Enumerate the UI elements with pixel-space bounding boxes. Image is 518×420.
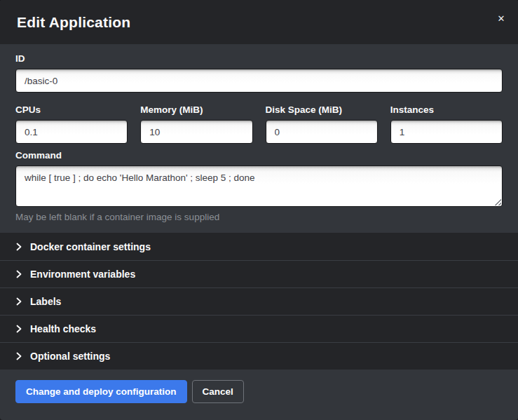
memory-input[interactable] [140,120,252,144]
modal-header: Edit Application ✕ [0,0,518,44]
cancel-button[interactable]: Cancel [192,380,244,403]
section-environment-variables[interactable]: Environment variables [0,260,518,287]
instances-label: Instances [390,104,503,115]
chevron-right-icon [15,325,22,333]
cpus-label: CPUs [15,104,128,115]
section-label: Docker container settings [30,241,151,252]
accordion-sections: Docker container settings Environment va… [0,233,518,370]
command-help-text: May be left blank if a container image i… [15,212,503,222]
chevron-right-icon [15,297,22,306]
memory-field: Memory (MiB) [140,98,252,144]
instances-input[interactable] [390,120,503,144]
section-label: Health checks [30,323,96,334]
command-textarea[interactable]: while [ true ] ; do echo 'Hello Marathon… [15,165,503,207]
command-label: Command [15,150,503,161]
memory-label: Memory (MiB) [140,104,252,115]
chevron-right-icon [15,243,22,251]
application-form: ID CPUs Memory (MiB) Disk Space (MiB) In… [0,44,518,233]
chevron-right-icon [15,352,22,360]
edit-application-modal: Edit Application ✕ ID CPUs Memory (MiB) … [0,0,518,420]
disk-space-input[interactable] [266,120,378,144]
modal-title: Edit Application [17,14,130,31]
section-optional-settings[interactable]: Optional settings [0,342,518,370]
cpus-field: CPUs [15,98,128,144]
disk-space-label: Disk Space (MiB) [266,104,378,115]
section-docker-container-settings[interactable]: Docker container settings [0,233,518,260]
resource-fields-row: CPUs Memory (MiB) Disk Space (MiB) Insta… [15,98,503,144]
section-labels[interactable]: Labels [0,287,518,315]
id-input[interactable] [15,69,503,93]
instances-field: Instances [390,98,503,144]
disk-space-field: Disk Space (MiB) [266,98,378,144]
section-label: Labels [30,296,61,307]
command-field: while [ true ] ; do echo 'Hello Marathon… [15,165,503,207]
cpus-input[interactable] [15,120,128,144]
section-label: Environment variables [30,269,135,280]
change-and-deploy-button[interactable]: Change and deploy configuration [15,380,187,403]
modal-footer: Change and deploy configuration Cancel [0,370,518,417]
section-health-checks[interactable]: Health checks [0,315,518,342]
section-label: Optional settings [30,351,110,362]
id-label: ID [15,53,503,64]
chevron-right-icon [15,270,22,278]
close-icon[interactable]: ✕ [494,12,508,26]
